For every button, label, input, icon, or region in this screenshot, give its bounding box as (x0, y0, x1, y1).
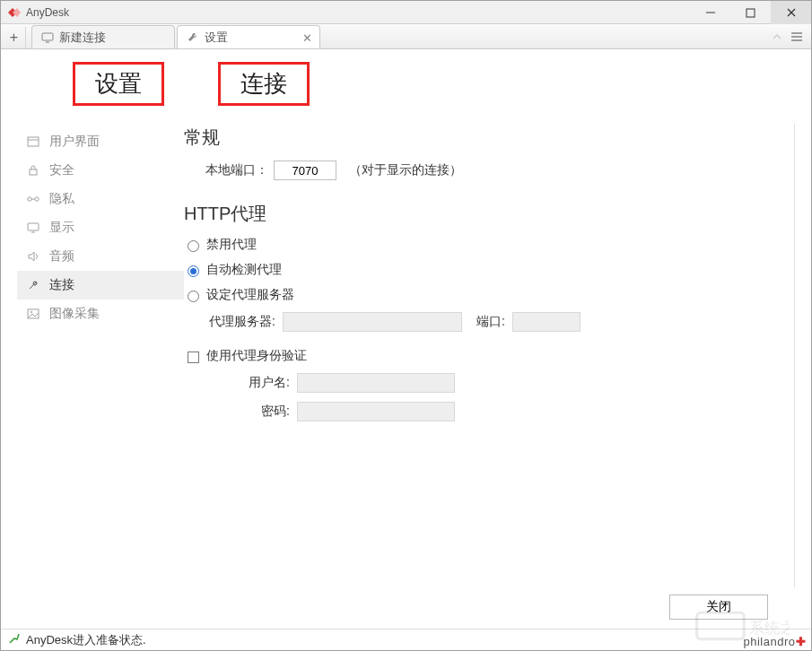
proxy-auth-label: 使用代理身份验证 (206, 348, 307, 364)
sidebar-item-security[interactable]: 安全 (17, 156, 184, 185)
svg-marker-19 (29, 252, 34, 261)
proxy-pass-row: 密码: (184, 402, 785, 421)
svg-rect-11 (28, 137, 39, 146)
sidebar-item-ui[interactable]: 用户界面 (17, 127, 184, 156)
sidebar-item-connection[interactable]: 连接 (17, 271, 184, 299)
maximize-button[interactable] (730, 1, 771, 24)
proxy-auto-row[interactable]: 自动检测代理 (184, 262, 785, 278)
proxy-server-input (283, 312, 462, 332)
heading-connection: 连接 (218, 62, 310, 106)
proxy-user-row: 用户名: (184, 373, 785, 393)
checkbox-icon (188, 352, 199, 363)
heading-settings: 设置 (73, 62, 164, 106)
proxy-disable-row[interactable]: 禁用代理 (184, 237, 785, 253)
svg-point-15 (35, 197, 39, 201)
sidebar-item-label: 音频 (49, 248, 74, 265)
svg-rect-3 (747, 9, 755, 17)
wrench-icon (187, 31, 199, 44)
proxy-port-input (512, 312, 581, 332)
heading-row: 设置 连接 (17, 62, 795, 106)
minimize-button[interactable] (690, 1, 730, 24)
close-window-button[interactable] (771, 1, 811, 24)
svg-point-14 (28, 197, 31, 201)
sidebar-item-label: 安全 (49, 162, 74, 178)
section-proxy-title: HTTP代理 (184, 202, 785, 226)
window-controls (690, 1, 811, 24)
proxy-manual-row[interactable]: 设定代理服务器 (184, 287, 785, 303)
app-logo-icon (8, 6, 21, 19)
sidebar-item-audio[interactable]: 音频 (17, 242, 184, 271)
proxy-auth-row[interactable]: 使用代理身份验证 (184, 348, 785, 364)
proxy-auto-label: 自动检测代理 (206, 262, 282, 278)
tab-new-connection[interactable]: 新建连接 (31, 25, 175, 48)
local-port-row: 本地端口： （对于显示的连接） (184, 161, 785, 180)
ui-icon (26, 135, 40, 149)
tab-bar: + 新建连接 设置 ✕ (1, 24, 811, 49)
content-area: 设置 连接 用户界面 安全 隐私 显示 音频 (1, 49, 811, 629)
sidebar-item-capture[interactable]: 图像采集 (17, 299, 184, 328)
titlebar: AnyDesk (1, 1, 811, 24)
status-ready-icon (8, 632, 21, 647)
proxy-server-label: 代理服务器: (205, 314, 275, 330)
window-title: AnyDesk (26, 6, 69, 19)
sidebar-item-label: 显示 (49, 220, 74, 236)
radio-checked-icon (188, 265, 199, 277)
svg-point-22 (31, 311, 32, 313)
proxy-disable-label: 禁用代理 (206, 237, 257, 253)
local-port-note: （对于显示的连接） (349, 162, 462, 178)
tab-label: 新建连接 (59, 30, 106, 46)
tab-label: 设置 (205, 30, 228, 46)
settings-sidebar: 用户界面 安全 隐私 显示 音频 连接 (17, 124, 184, 587)
tab-overflow-icon (770, 24, 784, 49)
radio-icon (188, 240, 199, 252)
brand-label: philandro✚ (744, 635, 807, 648)
proxy-user-input (297, 373, 455, 393)
proxy-manual-label: 设定代理服务器 (206, 287, 294, 303)
menu-button[interactable] (788, 24, 806, 49)
sidebar-item-label: 连接 (49, 277, 74, 293)
glasses-icon (26, 192, 40, 206)
settings-pane: 常规 本地端口： （对于显示的连接） HTTP代理 禁用代理 自动检测代理 设定… (184, 124, 795, 587)
new-tab-button[interactable]: + (3, 27, 26, 48)
svg-rect-17 (28, 223, 39, 230)
lock-icon (26, 163, 40, 178)
close-button[interactable]: 关闭 (669, 595, 768, 620)
settings-panel: 用户界面 安全 隐私 显示 音频 连接 (17, 124, 795, 587)
svg-rect-6 (42, 33, 53, 40)
status-bar: AnyDesk进入准备状态. (1, 629, 811, 650)
local-port-label: 本地端口： (205, 162, 268, 178)
monitor-icon (41, 31, 54, 44)
sidebar-item-display[interactable]: 显示 (17, 213, 184, 242)
proxy-pass-input (297, 402, 455, 421)
image-icon (26, 307, 40, 321)
tab-close-icon[interactable]: ✕ (302, 30, 312, 44)
sidebar-item-label: 隐私 (49, 191, 74, 207)
status-text: AnyDesk进入准备状态. (26, 632, 146, 648)
proxy-port-label: 端口: (476, 314, 505, 330)
proxy-server-row: 代理服务器: 端口: (184, 312, 785, 332)
speaker-icon (26, 249, 40, 264)
sidebar-item-label: 图像采集 (49, 306, 100, 322)
dialog-buttons: 关闭 (17, 587, 795, 620)
tab-settings[interactable]: 设置 ✕ (177, 25, 320, 48)
proxy-pass-label: 密码: (220, 404, 290, 420)
display-icon (26, 221, 40, 235)
local-port-input[interactable] (274, 161, 336, 180)
proxy-user-label: 用户名: (220, 375, 290, 391)
plug-icon (26, 278, 40, 292)
section-general-title: 常规 (184, 126, 785, 150)
radio-icon (188, 291, 199, 302)
sidebar-item-privacy[interactable]: 隐私 (17, 185, 184, 213)
sidebar-item-label: 用户界面 (49, 134, 100, 150)
svg-rect-13 (30, 169, 37, 175)
